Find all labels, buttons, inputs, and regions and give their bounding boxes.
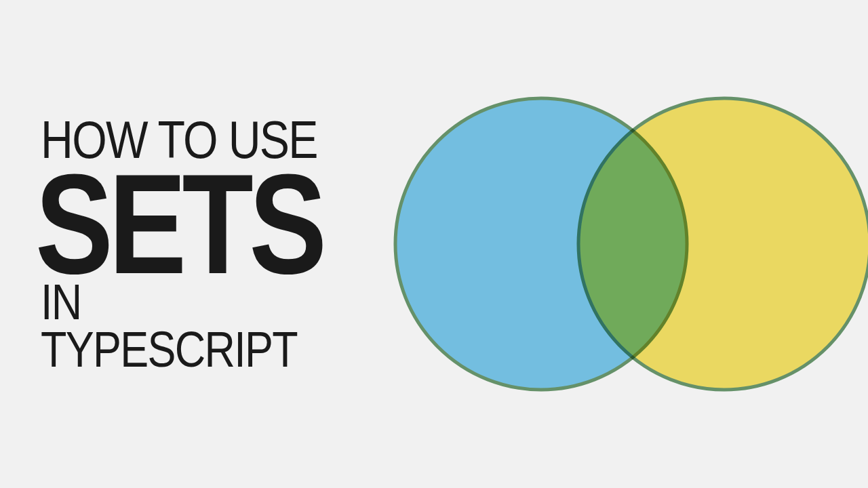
venn-diagram <box>385 75 868 413</box>
title-block: How to use Sets in Typescript <box>41 115 385 373</box>
title-line-2: Sets <box>35 157 323 292</box>
title-line-3: in Typescript <box>41 279 334 374</box>
venn-right-circle <box>578 98 868 390</box>
